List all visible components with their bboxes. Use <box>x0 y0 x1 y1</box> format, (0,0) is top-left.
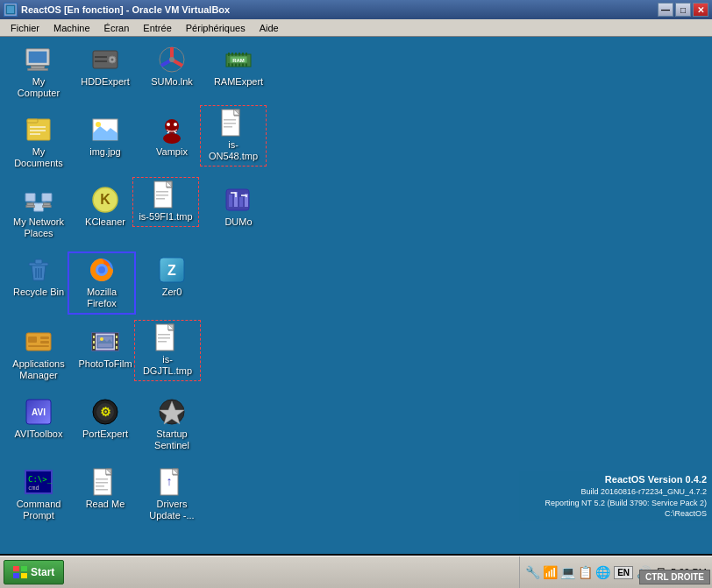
tray-icon-5: 🌐 <box>595 565 610 579</box>
menu-machine[interactable]: Machine <box>46 21 97 35</box>
icon-avitoolbox[interactable]: AVI AVIToolbox <box>7 396 70 443</box>
menu-entree[interactable]: Entrée <box>136 21 178 35</box>
icon-startup-sentinel[interactable]: Startup Sentinel <box>140 396 203 454</box>
icon-my-computer[interactable]: My Computer <box>7 44 70 102</box>
tray-icon-4: 📋 <box>578 565 593 579</box>
svg-rect-97 <box>158 334 170 336</box>
drivers-update-label: Drivers Update -... <box>142 498 202 522</box>
svg-rect-15 <box>231 53 233 56</box>
svg-rect-19 <box>246 53 247 56</box>
svg-rect-79 <box>28 337 37 343</box>
menu-fichier[interactable]: Fichier <box>4 21 46 35</box>
svg-rect-98 <box>158 337 170 339</box>
close-button[interactable]: ✕ <box>693 3 708 17</box>
icon-phototofilm[interactable]: PhotoToFilm <box>74 326 137 372</box>
svg-text:RAM: RAM <box>232 58 245 63</box>
ramexpert-label: RAMExpert <box>212 75 265 89</box>
is-dgjtl-label: is-DGJTL.tmp <box>138 353 197 378</box>
menu-aide[interactable]: Aide <box>253 21 286 35</box>
svg-rect-89 <box>116 336 117 338</box>
svg-rect-44 <box>224 123 236 124</box>
menu-peripheriques[interactable]: Périphériques <box>179 21 253 35</box>
svg-rect-20 <box>228 63 230 67</box>
my-documents-icon <box>25 116 53 144</box>
read-me-label: Read Me <box>84 498 127 511</box>
portexpert-icon: ⚙ <box>91 398 119 426</box>
icon-vampix[interactable]: Vampix <box>140 114 203 160</box>
svg-rect-52 <box>26 206 34 208</box>
svg-rect-48 <box>33 203 43 211</box>
svg-rect-23 <box>239 63 240 67</box>
svg-rect-88 <box>93 346 95 349</box>
svg-rect-66 <box>239 197 243 207</box>
virtualbox-icon <box>4 3 18 17</box>
icon-dumo[interactable]: DUMo <box>207 184 270 230</box>
kcleaner-icon: K <box>91 186 119 214</box>
svg-text:↑: ↑ <box>167 474 173 488</box>
icon-is-59fi1[interactable]: is-59FI1.tmp <box>134 179 197 225</box>
icon-zero[interactable]: Z Zer0 <box>140 254 203 301</box>
svg-text:cmd: cmd <box>28 485 39 492</box>
startup-sentinel-label: Startup Sentinel <box>142 428 202 452</box>
svg-rect-64 <box>229 195 232 207</box>
is-on548-icon <box>219 109 247 137</box>
icon-is-dgjtl[interactable]: is-DGJTL.tmp <box>136 322 199 379</box>
icon-hddexpert[interactable]: HDDExpert <box>74 44 137 90</box>
icon-command-prompt[interactable]: C:\>_ cmd Command Prompt <box>7 466 70 524</box>
is-dgjtl-icon <box>153 323 182 351</box>
svg-rect-47 <box>42 193 52 201</box>
svg-rect-60 <box>156 191 168 193</box>
icon-mozilla-firefox[interactable]: Mozilla Firefox <box>70 254 133 312</box>
tray-icon-3: 💻 <box>560 565 575 579</box>
title-bar: ReactOS [En fonction] - Oracle VM Virtua… <box>0 0 712 19</box>
taskbar-apps <box>68 556 519 588</box>
svg-rect-80 <box>40 337 49 339</box>
my-computer-label: My Computer <box>9 75 68 100</box>
svg-rect-45 <box>224 126 232 128</box>
svg-rect-61 <box>156 195 168 196</box>
ctrl-droite-label: CTRL DROITE <box>639 570 710 584</box>
icon-recycle-bin[interactable]: Recycle Bin <box>7 254 70 301</box>
img-jpg-label: img.jpg <box>88 145 122 159</box>
restore-button[interactable]: □ <box>675 3 691 17</box>
icon-my-network[interactable]: My Network Places <box>7 184 70 242</box>
svg-rect-99 <box>158 341 167 343</box>
applications-manager-icon <box>25 328 53 356</box>
minimize-button[interactable]: — <box>658 3 673 17</box>
menu-ecran[interactable]: Écran <box>97 21 137 35</box>
svg-rect-32 <box>30 133 40 135</box>
icon-sumo[interactable]: SUMo.lnk <box>140 44 203 90</box>
title-bar-left: ReactOS [En fonction] - Oracle VM Virtua… <box>4 3 230 17</box>
icon-img-jpg[interactable]: img.jpg <box>74 114 137 160</box>
phototofilm-icon <box>91 328 119 356</box>
taskbar: Start 🔧 📶 💻 📋 🌐 EN 🔊 🖥 5:20 PM CTRL DROI… <box>0 556 712 588</box>
language-indicator: EN <box>614 566 633 579</box>
icon-drivers-update[interactable]: ↑ Drivers Update -... <box>140 466 203 524</box>
start-icon <box>13 566 27 578</box>
svg-rect-17 <box>239 53 240 56</box>
icon-read-me[interactable]: Read Me <box>74 466 137 513</box>
icon-kcleaner[interactable]: K KCleaner <box>74 184 137 230</box>
recycle-bin-icon <box>25 256 53 284</box>
command-prompt-label: Command Prompt <box>9 498 68 522</box>
svg-rect-81 <box>40 341 49 344</box>
svg-rect-24 <box>242 63 244 67</box>
svg-rect-123 <box>21 573 27 578</box>
status-line1: ReactOS Version 0.4.2 <box>524 473 707 486</box>
dumo-label: DUMo <box>223 216 253 229</box>
icon-applications-manager[interactable]: Applications Manager <box>7 326 70 384</box>
svg-rect-34 <box>93 133 117 140</box>
zero-label: Zer0 <box>160 286 184 299</box>
icon-is-on548[interactable]: is-ON548.tmp <box>202 107 265 165</box>
my-documents-label: My Documents <box>9 145 68 170</box>
svg-rect-30 <box>30 126 46 128</box>
computer-icon <box>25 46 53 74</box>
applications-manager-label: Applications Manager <box>9 358 68 382</box>
icon-ramexpert[interactable]: RAM RAMExpert <box>207 44 270 90</box>
start-button[interactable]: Start <box>4 560 64 584</box>
svg-point-93 <box>100 337 103 341</box>
dumo-icon <box>224 186 253 214</box>
icon-portexpert[interactable]: ⚙ PortExpert <box>74 396 137 443</box>
icon-my-documents[interactable]: My Documents <box>7 114 70 172</box>
svg-rect-8 <box>95 56 107 58</box>
